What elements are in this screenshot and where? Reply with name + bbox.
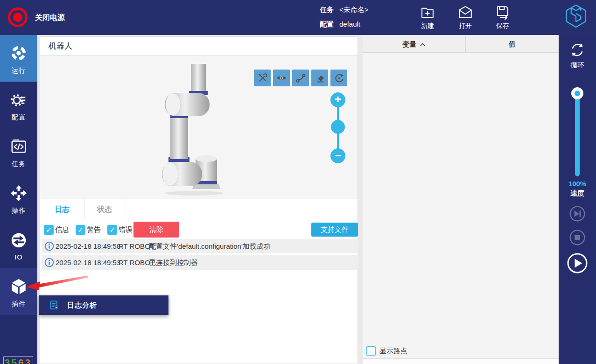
log-filter-row: ✓ 信息 ✓ 警告 ✓ 错误: [40, 220, 358, 239]
new-task-button[interactable]: 新建: [414, 4, 442, 30]
viewer-toolbar: [254, 70, 347, 86]
left-nav-sidebar: 运行 配置 任务 操作: [0, 35, 37, 364]
save-button[interactable]: 保存: [489, 4, 517, 30]
power-icon: [13, 13, 22, 22]
zoom-in-button[interactable]: +: [330, 92, 345, 107]
gear-icon: [10, 89, 28, 111]
clear-log-button[interactable]: 清除: [133, 222, 179, 238]
skip-next-icon: [569, 205, 586, 222]
log-row: 2025-02-18 18:49:53 RT ROBOT 已连接到控制器: [42, 255, 357, 270]
tools-button[interactable]: [254, 70, 271, 86]
show-waypoints-label: 显示路点: [379, 347, 407, 356]
variables-header: 变量 值: [363, 36, 559, 53]
column-label: 值: [509, 40, 516, 49]
checkbox-checked-icon: ✓: [44, 225, 54, 235]
log-message: 已连接到控制器: [149, 255, 198, 270]
sidebar-item-operate[interactable]: 操作: [0, 175, 37, 222]
sidebar-item-run[interactable]: 运行: [0, 35, 37, 82]
robot-3d-viewport[interactable]: + −: [40, 56, 358, 199]
show-waypoints-checkbox[interactable]: 显示路点: [366, 346, 407, 356]
tools-icon: [257, 73, 268, 84]
robot-arm-model: [154, 64, 224, 197]
zoom-out-button[interactable]: −: [330, 148, 345, 163]
run-icon: [10, 42, 28, 64]
save-label: 保存: [489, 22, 517, 30]
tab-status[interactable]: 状态: [84, 199, 125, 220]
reset-view-button[interactable]: [330, 70, 347, 86]
sort-asc-icon: [420, 42, 426, 47]
viewer-zoom-control: + −: [330, 92, 345, 163]
sidebar-item-label: 运行: [12, 66, 26, 75]
eraser-icon: [315, 73, 325, 84]
log-timestamp: 2025-02-18 18:49:58: [56, 239, 120, 253]
code-window-icon: [10, 135, 28, 158]
loop-label: 循环: [559, 61, 596, 70]
log-timestamp: 2025-02-18 18:49:53: [56, 255, 120, 270]
eye-icon: [276, 72, 287, 84]
new-task-label: 新建: [414, 22, 442, 30]
open-button[interactable]: 打开: [451, 4, 479, 30]
log-message: 配置文件'default.configuration'加载成功: [149, 239, 271, 253]
waypoint-path-icon: [295, 73, 306, 84]
power-off-label: 关闭电源: [35, 0, 65, 35]
support-file-button[interactable]: 支持文件: [311, 223, 358, 237]
checkbox-checked-icon: ✓: [107, 225, 117, 235]
step-forward-button[interactable]: [569, 205, 586, 224]
sidebar-item-task[interactable]: 任务: [0, 128, 37, 175]
sidebar-item-label: 配置: [12, 113, 26, 122]
page-title: 机器人: [40, 37, 358, 56]
speed-percent-value: 100%: [559, 180, 596, 188]
stop-icon: [569, 229, 586, 246]
speed-label: 速度: [559, 189, 596, 198]
open-file-icon: [451, 4, 479, 21]
cube-icon: [10, 275, 28, 298]
log-row: 2025-02-18 18:49:58 RT ROBOT 配置文件'defaul…: [42, 239, 357, 253]
reset-rotation-icon: [334, 73, 344, 84]
filter-info-checkbox[interactable]: ✓ 信息: [44, 225, 69, 235]
sidebar-item-label: 插件: [12, 300, 26, 308]
move-arrows-icon: [10, 182, 28, 204]
eraser-button[interactable]: [311, 70, 328, 86]
speed-slider-handle[interactable]: [571, 87, 583, 99]
column-header-variable[interactable]: 变量: [363, 36, 466, 52]
save-icon: [489, 4, 517, 21]
zoom-slider-handle[interactable]: [331, 120, 345, 134]
sidebar-item-label: IO: [14, 253, 22, 261]
sidebar-item-label: 操作: [12, 206, 26, 215]
io-arrows-icon: [10, 229, 28, 252]
filter-label: 信息: [55, 225, 69, 234]
checkbox-unchecked-icon: [366, 346, 376, 356]
sidebar-item-plugin[interactable]: 插件: [0, 268, 37, 315]
tab-log[interactable]: 日志: [40, 199, 84, 220]
new-file-icon: [414, 4, 442, 21]
panel-footer: [363, 359, 559, 364]
play-button[interactable]: [567, 252, 588, 276]
top-bar: 关闭电源 任务 <未命名> 配置 default 新建 打开 保存: [0, 0, 596, 35]
plugin-menu-item-log-analysis[interactable]: 日志分析: [39, 295, 168, 315]
filter-error-checkbox[interactable]: ✓ 错误: [107, 225, 133, 235]
brand-logo-icon: [564, 4, 588, 31]
info-icon: [44, 241, 54, 256]
log-analysis-icon: [49, 300, 60, 311]
loop-cycle-icon: [569, 42, 586, 58]
captcha-box: 3563: [3, 356, 33, 364]
speed-slider-track: [575, 91, 580, 176]
visibility-button[interactable]: [273, 70, 290, 86]
power-off-button[interactable]: [8, 7, 28, 27]
captcha-text: 3563: [5, 357, 32, 364]
filter-warning-checkbox[interactable]: ✓ 警告: [76, 225, 101, 235]
info-icon: [44, 258, 54, 272]
sidebar-item-config[interactable]: 配置: [0, 82, 37, 128]
column-label: 变量: [402, 40, 416, 49]
path-button[interactable]: [292, 70, 309, 86]
run-control-sidebar: 循环 100% 速度: [559, 35, 596, 364]
checkbox-checked-icon: ✓: [76, 225, 85, 235]
stop-button[interactable]: [569, 229, 586, 248]
play-icon: [567, 252, 588, 274]
menu-item-label: 日志分析: [67, 301, 97, 310]
task-name-value: <未命名>: [339, 6, 369, 14]
filter-label: 错误: [119, 225, 133, 234]
sidebar-item-label: 任务: [12, 160, 26, 168]
loop-mode-button[interactable]: [569, 42, 586, 60]
sidebar-item-io[interactable]: IO: [0, 222, 37, 268]
